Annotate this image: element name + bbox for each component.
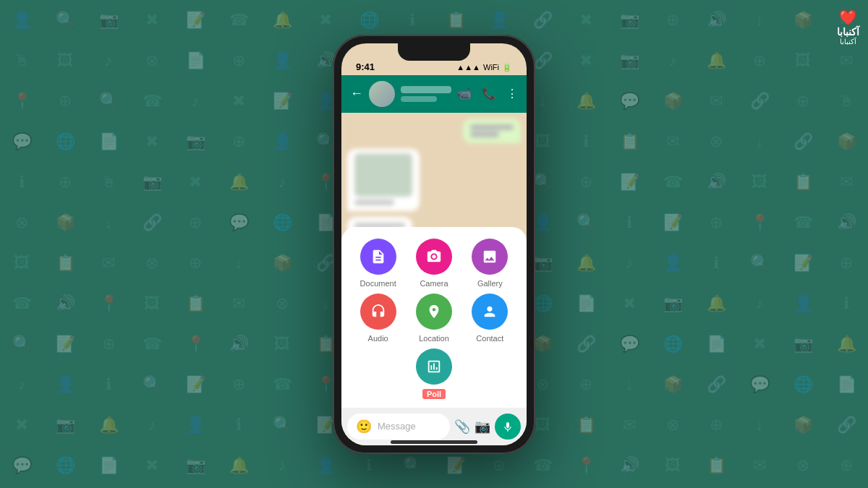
contact-name-blur — [401, 86, 451, 93]
attach-document-item[interactable]: Document — [350, 239, 406, 288]
attach-camera-item[interactable]: Camera — [406, 239, 461, 288]
attach-row-2: Audio Location — [350, 294, 518, 343]
audio-icon-circle — [360, 294, 396, 330]
back-button[interactable]: ← — [350, 86, 363, 101]
status-icons: ▲▲▲ WiFi 🔋 — [456, 63, 512, 72]
wifi-icon: WiFi — [483, 63, 499, 72]
contact-label: Contact — [476, 334, 503, 343]
logo-subtitle: آکنبابا — [840, 38, 856, 46]
document-label: Document — [360, 279, 396, 288]
attach-location-item[interactable]: Location — [406, 294, 461, 343]
location-icon-circle — [416, 294, 452, 330]
notch — [398, 43, 470, 61]
attach-audio-item[interactable]: Audio — [350, 294, 406, 343]
home-indicator — [391, 440, 477, 444]
contact-icon-circle — [472, 294, 508, 330]
signal-icon: ▲▲▲ — [456, 63, 480, 72]
contact-avatar — [369, 81, 395, 107]
camera-icon-circle — [416, 239, 452, 275]
emoji-button[interactable]: 🙂 — [356, 419, 372, 435]
more-options-icon[interactable]: ⋮ — [506, 87, 518, 100]
contact-info — [401, 86, 451, 102]
status-time: 9:41 — [356, 61, 375, 72]
gallery-icon-circle — [472, 239, 508, 275]
message-input-area[interactable]: 🙂 Message — [347, 414, 450, 440]
chat-wrapper: Document Camera — [341, 113, 527, 408]
video-call-icon[interactable]: 📹 — [457, 87, 472, 100]
message-placeholder: Message — [378, 421, 416, 432]
logo-text: آکنبابا — [837, 26, 859, 38]
phone-wrapper: 9:41 ▲▲▲ WiFi 🔋 ← 📹 📞 — [333, 35, 535, 454]
document-icon-circle — [360, 239, 396, 275]
contact-status-blur — [401, 96, 437, 102]
header-icons: 📹 📞 ⋮ — [457, 87, 518, 100]
wa-header: ← 📹 📞 ⋮ — [341, 75, 527, 113]
camera-label: Camera — [420, 279, 448, 288]
battery-icon: 🔋 — [502, 63, 512, 72]
attach-poll-item[interactable]: Poll — [416, 348, 452, 399]
logo-heart-icon: ❤️ — [839, 9, 857, 26]
attach-contact-item[interactable]: Contact — [462, 294, 518, 343]
attachment-menu-overlay: Document Camera — [341, 113, 527, 408]
location-label: Location — [419, 334, 449, 343]
phone-screen: 9:41 ▲▲▲ WiFi 🔋 ← 📹 📞 — [341, 43, 527, 445]
audio-label: Audio — [368, 334, 388, 343]
voice-call-icon[interactable]: 📞 — [482, 87, 496, 100]
attach-row-1: Document Camera — [350, 239, 518, 288]
logo: ❤️ آکنبابا آکنبابا — [837, 9, 859, 46]
attach-gallery-item[interactable]: Gallery — [462, 239, 518, 288]
phone-frame: 9:41 ▲▲▲ WiFi 🔋 ← 📹 📞 — [333, 35, 535, 454]
attachment-menu: Document Camera — [341, 227, 527, 408]
camera-icon-bottom[interactable]: 📷 — [475, 419, 490, 435]
gallery-label: Gallery — [477, 279, 503, 288]
attach-row-3: Poll — [350, 348, 518, 399]
attach-icon-bottom[interactable]: 📎 — [454, 419, 470, 435]
poll-label: Poll — [422, 389, 446, 399]
poll-icon-circle — [416, 348, 452, 385]
mic-button[interactable] — [495, 414, 521, 440]
